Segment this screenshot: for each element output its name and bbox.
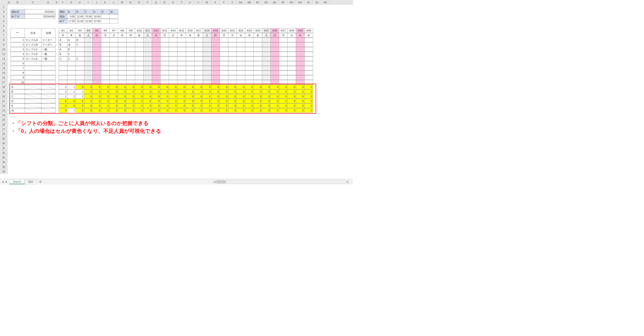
start-time-4[interactable] — [101, 14, 110, 19]
shift-cell-r4-c2[interactable]: C — [76, 56, 84, 61]
staff-no-5[interactable]: 6 — [10, 61, 25, 66]
shift-cell-r7-c25[interactable] — [270, 70, 279, 75]
shift-cell-r9-c29[interactable] — [304, 80, 313, 85]
row-header-36[interactable]: 36 — [0, 169, 8, 174]
shift-cell-r4-c22[interactable] — [245, 56, 254, 61]
shift-cell-r7-c11[interactable] — [152, 70, 160, 75]
shift-cell-r3-c18[interactable] — [211, 52, 220, 56]
shift-cell-r7-c0[interactable] — [58, 70, 67, 75]
shift-cell-r1-c12[interactable] — [160, 42, 169, 47]
shift-cell-r4-c29[interactable] — [304, 56, 313, 61]
shift-cell-r3-c26[interactable] — [279, 52, 288, 56]
shift-cell-r3-c15[interactable] — [186, 52, 194, 56]
shift-cell-r2-c6[interactable] — [110, 47, 118, 52]
shift-cell-r5-c1[interactable] — [67, 61, 76, 66]
shift-cell-r1-c3[interactable] — [84, 42, 93, 47]
staff-role-1[interactable]: リーダー — [41, 42, 56, 47]
shift-cell-r8-c18[interactable] — [211, 75, 220, 80]
row-header-7[interactable]: 7 — [0, 33, 8, 38]
row-header-13[interactable]: 13 — [0, 61, 8, 66]
sheet-tab-active[interactable]: Sheet1 — [10, 179, 25, 184]
shift-cell-r2-c12[interactable] — [160, 47, 169, 52]
shift-cell-r7-c22[interactable] — [245, 70, 254, 75]
col-header-K[interactable]: K — [101, 0, 110, 4]
shift-cell-r3-c0[interactable]: B — [58, 52, 67, 56]
row-header-3[interactable]: 3 — [0, 14, 8, 19]
shift-cell-r1-c13[interactable] — [169, 42, 178, 47]
shift-cell-r9-c10[interactable] — [143, 80, 152, 85]
staff-name-0[interactable]: サンプルA — [25, 38, 42, 42]
row-header-9[interactable]: 9 — [0, 42, 8, 47]
staff-role-9[interactable] — [41, 80, 56, 85]
shift-cell-r9-c8[interactable] — [126, 80, 135, 85]
row-header-35[interactable]: 35 — [0, 165, 8, 169]
shift-cell-r8-c5[interactable] — [101, 75, 110, 80]
shift-cell-r1-c29[interactable] — [304, 42, 313, 47]
shift-cell-r9-c6[interactable] — [110, 80, 118, 85]
shift-cell-r9-c14[interactable] — [177, 80, 186, 85]
shift-cell-r2-c10[interactable] — [143, 47, 152, 52]
shift-cell-r7-c17[interactable] — [203, 70, 211, 75]
row-header-20[interactable]: 20 — [0, 94, 8, 99]
shift-cell-r9-c13[interactable] — [169, 80, 178, 85]
shift-cell-r5-c17[interactable] — [203, 61, 211, 66]
shift-cell-r4-c25[interactable] — [270, 56, 279, 61]
row-header-16[interactable]: 16 — [0, 75, 8, 80]
shift-cell-r1-c19[interactable] — [220, 42, 228, 47]
staff-name-8[interactable] — [25, 75, 42, 80]
shift-cell-r3-c3[interactable] — [84, 52, 93, 56]
shift-cell-r6-c14[interactable] — [177, 66, 186, 70]
shift-cell-r0-c15[interactable] — [186, 38, 194, 42]
shift-cell-r4-c6[interactable] — [110, 56, 118, 61]
shift-cell-r7-c19[interactable] — [220, 70, 228, 75]
shift-cell-r8-c3[interactable] — [84, 75, 93, 80]
staff-role-8[interactable] — [41, 75, 56, 80]
shift-cell-r6-c26[interactable] — [279, 66, 288, 70]
shift-cell-r4-c11[interactable] — [152, 56, 160, 61]
shift-cell-r8-c12[interactable] — [160, 75, 169, 80]
staff-no-7[interactable]: 8 — [10, 70, 25, 75]
col-header-H[interactable]: H — [76, 0, 84, 4]
row-header-33[interactable]: 33 — [0, 155, 8, 160]
col-header-J[interactable]: J — [92, 0, 101, 4]
col-header-AD[interactable]: AD — [262, 0, 270, 4]
col-header-S[interactable]: S — [169, 0, 177, 4]
col-header-AH[interactable]: AH — [296, 0, 304, 4]
shift-cell-r5-c9[interactable] — [135, 61, 144, 66]
staff-name-2[interactable]: サンプルC — [25, 47, 42, 52]
shift-cell-r9-c22[interactable] — [245, 80, 254, 85]
shift-cell-r5-c4[interactable] — [92, 61, 101, 66]
staff-no-9[interactable]: 10 — [10, 80, 25, 85]
shift-cell-r2-c13[interactable] — [169, 47, 178, 52]
shift-cell-r0-c22[interactable] — [245, 38, 254, 42]
shift-cell-r9-c2[interactable] — [76, 80, 84, 85]
shift-cell-r5-c10[interactable] — [143, 61, 152, 66]
shift-cell-r4-c9[interactable] — [135, 56, 144, 61]
end-time-2[interactable]: 22:00 — [84, 19, 93, 23]
shift-cell-r7-c16[interactable] — [194, 70, 203, 75]
shift-cell-r8-c4[interactable] — [92, 75, 101, 80]
staff-no-4[interactable]: 5 — [10, 56, 25, 61]
shift-cell-r9-c15[interactable] — [186, 80, 194, 85]
staff-role-4[interactable]: 一般 — [41, 56, 56, 61]
shift-cell-r1-c7[interactable] — [118, 42, 127, 47]
shift-cell-r3-c11[interactable] — [152, 52, 160, 56]
sheet-tab-inactive[interactable]: 祝日 — [25, 179, 37, 184]
row-header-14[interactable]: 14 — [0, 66, 8, 70]
shift-cell-r6-c2[interactable] — [76, 66, 84, 70]
col-header-U[interactable]: U — [186, 0, 194, 4]
start-time-1[interactable]: 12:00 — [76, 14, 84, 19]
shift-cell-r5-c5[interactable] — [101, 61, 110, 66]
shift-cell-r1-c28[interactable] — [296, 42, 304, 47]
row-header-17[interactable]: 17 — [0, 80, 8, 85]
shift-cell-r6-c20[interactable] — [228, 66, 237, 70]
shift-cell-r4-c24[interactable] — [262, 56, 271, 61]
col-header-A[interactable]: A — [8, 0, 10, 4]
shift-cell-r8-c20[interactable] — [228, 75, 237, 80]
shift-cell-r0-c29[interactable] — [304, 38, 313, 42]
shift-cell-r0-c16[interactable] — [194, 38, 203, 42]
shift-cell-r1-c10[interactable] — [143, 42, 152, 47]
shift-cell-r9-c24[interactable] — [262, 80, 271, 85]
shift-cell-r1-c5[interactable] — [101, 42, 110, 47]
shift-cell-r8-c26[interactable] — [279, 75, 288, 80]
